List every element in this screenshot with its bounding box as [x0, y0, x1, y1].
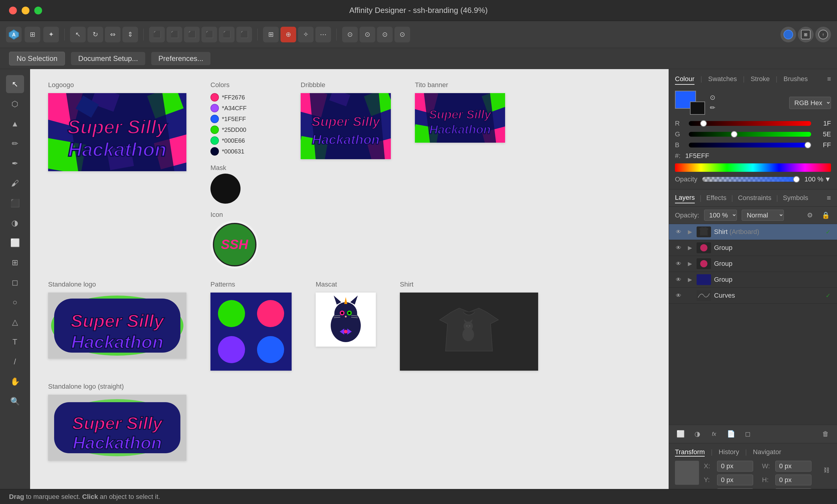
- layers-delete-btn[interactable]: 🗑: [819, 427, 832, 441]
- image-tool[interactable]: ⬜: [6, 234, 24, 252]
- align-center-btn[interactable]: ⬛: [166, 27, 182, 42]
- colour-tab[interactable]: Colour: [675, 75, 694, 85]
- swatch-dot-4[interactable]: [211, 136, 219, 145]
- layers-adjust-btn[interactable]: ◑: [691, 427, 704, 441]
- layers-opacity-dropdown[interactable]: 100 % 75 % 50 % 25 %: [704, 210, 737, 221]
- rotate-tool-btn[interactable]: ↻: [88, 27, 103, 42]
- stroke-tab[interactable]: Stroke: [751, 75, 770, 85]
- layer-item-group-2[interactable]: 👁 ▶ Group: [669, 256, 837, 272]
- layer-item-curves[interactable]: 👁 Curves ✓: [669, 288, 837, 304]
- standalone-artboard[interactable]: Super Silly Hackathon: [48, 293, 186, 359]
- mascat-artboard[interactable]: [316, 293, 376, 347]
- align-right-btn[interactable]: ⬛: [184, 27, 200, 42]
- close-button[interactable]: [9, 6, 17, 14]
- layers-tab[interactable]: Layers: [675, 192, 695, 203]
- layer-visibility-group-2[interactable]: 👁: [674, 259, 683, 268]
- eyedropper-tool[interactable]: /: [6, 353, 24, 371]
- layer-item-group-3[interactable]: 👁 ▶ Group: [669, 272, 837, 288]
- view-btn-3[interactable]: ⊙: [377, 27, 393, 42]
- x-input[interactable]: [717, 461, 753, 471]
- logoogo-artboard[interactable]: Super Silly Hackathon: [48, 93, 186, 171]
- layers-menu-btn[interactable]: ≡: [827, 194, 831, 202]
- icon-artboard[interactable]: SSH: [211, 221, 259, 268]
- layer-visibility-group-1[interactable]: 👁: [674, 243, 683, 253]
- layers-mask-btn[interactable]: ⬜: [674, 427, 687, 441]
- zoom-tool[interactable]: 🔍: [6, 392, 24, 410]
- no-selection-btn[interactable]: No Selection: [9, 52, 65, 66]
- history-tab[interactable]: History: [718, 448, 739, 456]
- layers-symbol-btn[interactable]: ◻: [741, 427, 754, 441]
- layers-fx-btn[interactable]: fx: [708, 427, 720, 441]
- panel-menu-btn[interactable]: ≡: [827, 75, 831, 85]
- blend-mode-dropdown[interactable]: Normal Multiply Screen Overlay: [742, 210, 784, 221]
- preferences-btn[interactable]: Preferences...: [151, 52, 211, 65]
- blue-slider[interactable]: [689, 143, 811, 148]
- y-input[interactable]: [717, 474, 753, 485]
- node-tool[interactable]: ⬡: [6, 95, 24, 113]
- layer-expand-group-1[interactable]: ▶: [687, 244, 694, 251]
- opacity-thumb[interactable]: [793, 176, 800, 183]
- eyedropper-btn[interactable]: ✏: [710, 104, 715, 112]
- share-btn[interactable]: ✦: [43, 27, 59, 42]
- align-top-btn[interactable]: ⬛: [201, 27, 217, 42]
- hand-tool[interactable]: ✋: [6, 372, 24, 390]
- select-tool[interactable]: ↖: [6, 75, 24, 93]
- view-btn-2[interactable]: ⊙: [360, 27, 375, 42]
- swatch-dot-5[interactable]: [211, 147, 219, 155]
- swatches-tab[interactable]: Swatches: [708, 75, 737, 85]
- green-thumb[interactable]: [731, 131, 737, 137]
- grid-btn[interactable]: ⊞: [263, 27, 279, 42]
- opacity-dropdown-btn[interactable]: ▼: [824, 175, 831, 183]
- swatch-dot-3[interactable]: [211, 126, 219, 134]
- navigator-tab[interactable]: Navigator: [753, 448, 781, 456]
- canvas-area[interactable]: Logoogo: [30, 69, 669, 504]
- align-left-btn[interactable]: ⬛: [149, 27, 165, 42]
- shape-tool[interactable]: ◻: [6, 273, 24, 291]
- constraints-tab[interactable]: Constraints: [738, 193, 771, 203]
- tito-artboard[interactable]: Super Silly Hackathon: [415, 93, 505, 143]
- layers-settings-btn[interactable]: ⚙: [804, 210, 815, 221]
- layer-visibility-curves[interactable]: 👁: [674, 291, 683, 300]
- transform-tab[interactable]: Transform: [675, 448, 705, 456]
- gradient-tool[interactable]: ◑: [6, 214, 24, 232]
- vector-tool[interactable]: ▲: [6, 115, 24, 133]
- dribbble-artboard[interactable]: Super Silly Hackathon: [301, 93, 391, 159]
- w-input[interactable]: [776, 461, 812, 471]
- pen-tool[interactable]: ✏: [6, 134, 24, 153]
- layer-expand-group-3[interactable]: ▶: [687, 276, 694, 283]
- layer-expand-group-2[interactable]: ▶: [687, 260, 694, 267]
- layers-doc-btn[interactable]: 📄: [724, 427, 737, 441]
- pixel-persona-btn[interactable]: ⊞: [798, 27, 814, 42]
- artboard-tool[interactable]: ⊞: [6, 254, 24, 272]
- brushes-tab[interactable]: Brushes: [783, 75, 808, 85]
- layers-lock-btn[interactable]: 🔒: [820, 210, 831, 221]
- color-picker-btn[interactable]: ⊙: [710, 94, 715, 101]
- blue-thumb[interactable]: [804, 142, 811, 148]
- swatch-dot-0[interactable]: [211, 93, 219, 101]
- triangle-tool[interactable]: △: [6, 313, 24, 331]
- green-slider[interactable]: [689, 132, 811, 137]
- layer-visibility-shirt[interactable]: 👁: [674, 227, 683, 237]
- layer-visibility-group-3[interactable]: 👁: [674, 275, 683, 284]
- switcher-btn[interactable]: ⊞: [25, 27, 40, 42]
- view-btn-4[interactable]: ⊙: [394, 27, 410, 42]
- fill-tool[interactable]: ⬛: [6, 194, 24, 212]
- opacity-slider[interactable]: [702, 177, 800, 182]
- vector-persona-btn[interactable]: [781, 27, 796, 42]
- align-bottom-btn[interactable]: ⬛: [236, 27, 252, 42]
- effects-tab[interactable]: Effects: [706, 193, 726, 203]
- align-middle-btn[interactable]: ⬛: [219, 27, 234, 42]
- color-mode-select[interactable]: RGB Hex RGB HSL CMYK: [789, 97, 831, 109]
- document-setup-btn[interactable]: Document Setup...: [71, 52, 145, 65]
- flip-h-btn[interactable]: ⇔: [105, 27, 121, 42]
- pencil-tool[interactable]: ✒: [6, 154, 24, 172]
- view-btn-1[interactable]: ⊙: [342, 27, 358, 42]
- layer-expand-shirt[interactable]: ▶: [687, 228, 694, 236]
- symbols-tab[interactable]: Symbols: [783, 193, 808, 203]
- swatch-dot-1[interactable]: [211, 104, 219, 112]
- text-tool[interactable]: T: [6, 333, 24, 351]
- standalone-straight-artboard[interactable]: Super Silly Hackathon: [48, 395, 186, 461]
- constraints-btn[interactable]: ✧: [298, 27, 314, 42]
- maximize-button[interactable]: [34, 6, 42, 14]
- circle-tool[interactable]: ○: [6, 293, 24, 311]
